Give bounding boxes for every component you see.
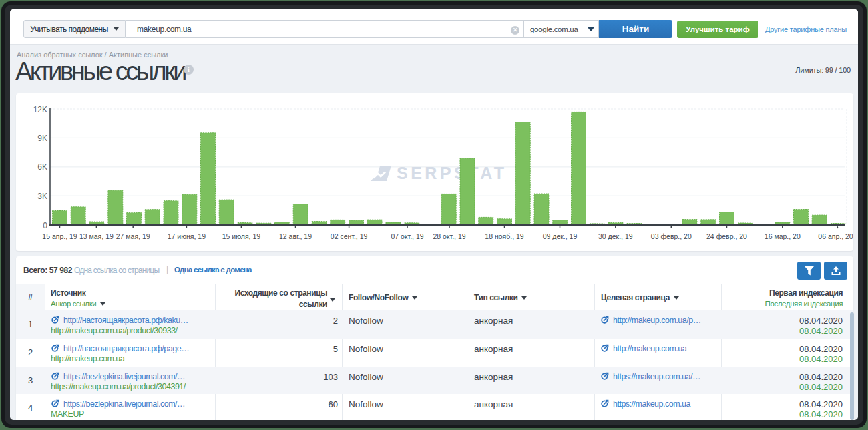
svg-text:28 окт., 19: 28 окт., 19 [433, 232, 465, 240]
svg-text:07 окт., 19: 07 окт., 19 [391, 232, 423, 240]
svg-text:9K: 9K [37, 134, 47, 143]
svg-text:6K: 6K [37, 162, 47, 172]
svg-text:24 февр., 20: 24 февр., 20 [706, 232, 747, 240]
svg-text:03 февр., 20: 03 февр., 20 [651, 232, 692, 240]
svg-text:16 мар., 20: 16 мар., 20 [765, 232, 801, 240]
svg-text:02 сент., 19: 02 сент., 19 [331, 232, 368, 240]
svg-text:0: 0 [43, 221, 47, 230]
svg-text:17 июня, 19: 17 июня, 19 [168, 232, 206, 240]
svg-text:15 апр., 19: 15 апр., 19 [42, 232, 77, 240]
svg-text:09 дек., 19: 09 дек., 19 [543, 232, 578, 240]
svg-text:13 мая, 19: 13 мая, 19 [79, 232, 114, 240]
svg-text:3K: 3K [37, 192, 47, 201]
svg-text:30 дек., 19: 30 дек., 19 [598, 232, 633, 240]
svg-text:27 мая, 19: 27 мая, 19 [116, 232, 150, 240]
svg-text:15 июля, 19: 15 июля, 19 [222, 232, 261, 240]
svg-text:SERPSTAT: SERPSTAT [397, 164, 507, 182]
svg-text:12K: 12K [33, 105, 47, 114]
svg-text:06 апр., 20: 06 апр., 20 [818, 232, 853, 240]
svg-text:18 нояб., 19: 18 нояб., 19 [485, 232, 524, 240]
svg-text:12 авг., 19: 12 авг., 19 [279, 232, 312, 240]
